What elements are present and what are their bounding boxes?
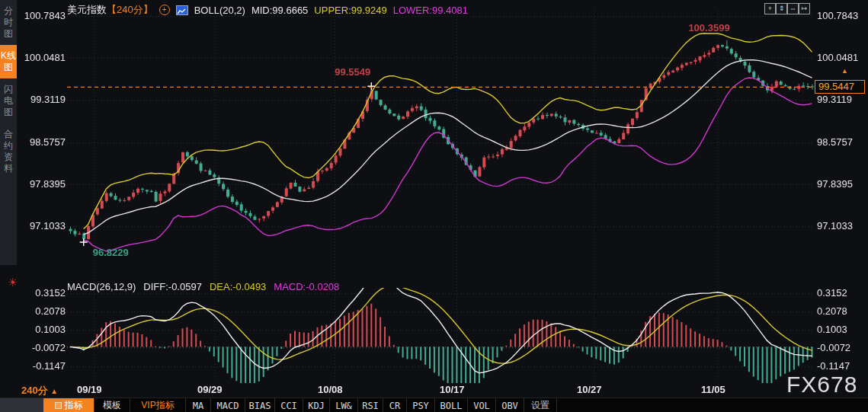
- toolbar-corner: [0, 398, 43, 412]
- macd-axis-label-right: 0.3152: [817, 287, 847, 299]
- toolbar-item-label: MA: [193, 401, 203, 411]
- toolbar-item-label: MACD: [217, 401, 239, 411]
- symbol-title: 美元指数【240分】: [67, 3, 153, 17]
- toolbar-item-OBV[interactable]: OBV: [496, 398, 524, 412]
- last-price-badge: 99.5447: [815, 80, 865, 94]
- price-macd-chart-canvas[interactable]: [0, 0, 868, 412]
- macd-axis-label-left: 0.1003: [20, 324, 66, 335]
- chart-type-sidebar: 分时图 K线图 闪电图 合约资料: [0, 0, 17, 265]
- macd-dea-value: DEA:-0.0493: [210, 281, 266, 292]
- price-axis-label-left: 97.8395: [20, 178, 66, 190]
- boll-mid-value: MID:99.6665: [251, 5, 308, 16]
- toolbar-item-label: VIP指标: [141, 399, 174, 412]
- toolbar-item-label: BOLL: [440, 401, 463, 411]
- toolbar-item-MACD[interactable]: MACD: [211, 398, 245, 412]
- date-axis-label: 10/27: [577, 384, 602, 395]
- boll-lower-value: LOWER:99.4081: [393, 5, 468, 16]
- price-axis-label-right: 100.7843: [817, 10, 858, 21]
- toolbar-item-VIP[interactable]: VIP指标: [130, 398, 186, 412]
- toolbar-item-label: 模板: [103, 399, 121, 412]
- toolbar-item-PSY[interactable]: PSY: [407, 398, 435, 412]
- toolbar-item-BIAS[interactable]: BIAS: [245, 398, 275, 412]
- toolbar-item-BOLL[interactable]: BOLL: [435, 398, 468, 412]
- toolbar-item-label: KDJ: [308, 401, 325, 411]
- macd-axis-label-right: -0.1147: [817, 360, 850, 372]
- macd-axis-label-left: 0.2078: [20, 305, 66, 317]
- toolbar-item-LW[interactable]: LW&: [330, 398, 358, 412]
- boll-params-label: BOLL(20,2): [194, 5, 245, 16]
- toolbar-item-cn15[interactable]: 设置: [524, 398, 557, 412]
- price-axis-label-left: 97.1033: [20, 220, 66, 232]
- toolbar-item-CCI[interactable]: CCI: [275, 398, 303, 412]
- macd-axis-label-right: -0.0072: [817, 342, 850, 353]
- indicator-toolbar: 指标模板VIP指标MAMACDBIASCCIKDJLW&RSICRPSYBOLL…: [0, 398, 868, 412]
- chart-type-icon[interactable]: [176, 5, 188, 15]
- toolbar-item-label: CCI: [280, 401, 297, 411]
- toolbar-item-CR[interactable]: CR: [383, 398, 407, 412]
- date-axis-label: 09/29: [197, 384, 223, 395]
- swing-high-annotation: 99.5549: [335, 66, 370, 78]
- toolbar-item-RSI[interactable]: RSI: [358, 398, 383, 412]
- price-axis-label-right: 98.5757: [817, 136, 853, 148]
- date-axis-label: 09/19: [77, 384, 102, 395]
- price-axis-label-right: 97.8395: [817, 178, 853, 190]
- boll-upper-value: UPPER:99.9249: [314, 5, 386, 16]
- macd-axis-label-left: 0.3152: [20, 287, 66, 299]
- price-axis-label-right: 100.0481: [817, 52, 858, 63]
- watermark: FX678: [786, 372, 857, 398]
- sidebar-item-time-chart[interactable]: 分时图: [0, 0, 17, 45]
- toolbar-item-KDJ[interactable]: KDJ: [303, 398, 330, 412]
- macd-diff-value: DIFF:-0.0597: [143, 281, 202, 292]
- macd-axis-label-left: -0.1147: [20, 360, 66, 372]
- live-indicator-icon: ☀: [8, 276, 18, 289]
- low-annotation: 96.8229: [93, 247, 129, 258]
- toolbar-item-label: OBV: [501, 401, 518, 411]
- y-axis-zoom-icon[interactable]: ⇕: [776, 3, 787, 14]
- date-axis-label: 11/05: [701, 384, 725, 395]
- toolbar-item-VOL[interactable]: VOL: [468, 398, 496, 412]
- toolbar-item-label: BIAS: [249, 401, 271, 411]
- chart-header: 美元指数【240分】 + BOLL(20,2) MID:99.6665 UPPE…: [67, 3, 468, 17]
- macd-axis-label-left: -0.0072: [20, 342, 66, 353]
- date-axis-label: 10/08: [318, 384, 343, 395]
- toolbar-item-cn0[interactable]: 指标: [43, 398, 94, 412]
- macd-axis-label-right: 0.1003: [817, 324, 847, 335]
- toolbar-item-label: VOL: [473, 401, 490, 411]
- price-axis-label-left: 100.7843: [20, 10, 66, 21]
- period-selector[interactable]: 240分 ▲: [21, 384, 58, 398]
- toolbar-item-label: LW&: [335, 401, 352, 411]
- high-annotation: 100.3599: [688, 22, 729, 34]
- price-flag-icon: ▲: [841, 67, 848, 75]
- toolbar-item-label: PSY: [412, 401, 429, 411]
- toolbar-item-label: 指标: [65, 399, 83, 412]
- macd-header: MACD(26,12,9) DIFF:-0.0597 DEA:-0.0493 M…: [67, 281, 339, 292]
- indicator-icon: [55, 402, 62, 409]
- macd-params-label: MACD(26,12,9): [67, 281, 136, 292]
- macd-bar-value: MACD:-0.0208: [274, 281, 339, 292]
- date-axis-label: 10/17: [440, 384, 465, 395]
- x-axis-zoom-icon[interactable]: ⇔: [787, 3, 799, 14]
- price-axis-label-right: 97.1033: [817, 220, 853, 232]
- price-axis-label-left: 99.3119: [20, 94, 66, 105]
- toolbar-item-cn1[interactable]: 模板: [94, 398, 130, 412]
- sidebar-item-contract-info[interactable]: 合约资料: [0, 123, 17, 180]
- macd-axis-label-right: 0.2078: [817, 305, 847, 317]
- chart-window: 分时图 K线图 闪电图 合约资料 ☀ 美元指数【240分】 + BOLL(20,…: [0, 0, 868, 412]
- price-axis-label-right: 99.3119: [817, 94, 852, 105]
- toolbar-item-label: CR: [389, 401, 400, 411]
- pan-icon[interactable]: ↦: [799, 3, 810, 14]
- price-axis-label-left: 98.5757: [20, 136, 66, 148]
- sidebar-item-flash-chart[interactable]: 闪电图: [0, 78, 17, 123]
- toolbar-item-label: 设置: [531, 399, 549, 412]
- crosshair-icon[interactable]: +: [764, 3, 776, 14]
- toolbar-item-label: RSI: [362, 401, 379, 411]
- plus-circle-icon[interactable]: +: [159, 5, 170, 15]
- price-axis-label-left: 100.0481: [20, 52, 66, 63]
- sidebar-item-kline-chart[interactable]: K线图: [0, 45, 17, 78]
- toolbar-item-MA[interactable]: MA: [186, 398, 211, 412]
- chevron-up-icon: ▲: [50, 387, 58, 395]
